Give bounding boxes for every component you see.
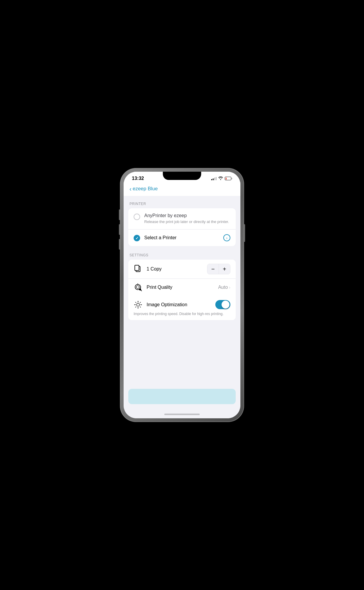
optimization-container: Image Optimization Improves the printing… bbox=[128, 296, 236, 320]
status-time: 13:32 bbox=[132, 176, 144, 181]
select-printer-arrow-icon[interactable]: › bbox=[223, 234, 230, 241]
back-chevron-icon: ‹ bbox=[129, 186, 132, 192]
phone-frame: 13:32 bbox=[120, 168, 244, 422]
copy-label: 1 Copy bbox=[147, 266, 203, 272]
home-indicator bbox=[124, 410, 240, 418]
back-label: ezeep Blue bbox=[133, 186, 158, 192]
printer-card: AnyPrinter by ezeep Release the print jo… bbox=[128, 208, 236, 246]
copy-plus-button[interactable]: + bbox=[219, 264, 230, 274]
svg-line-5 bbox=[140, 285, 140, 286]
select-printer-radio[interactable] bbox=[134, 235, 140, 241]
settings-section-label: SETTINGS bbox=[128, 253, 236, 257]
quality-label: Print Quality bbox=[147, 285, 214, 290]
quality-chevron-icon: › bbox=[229, 285, 230, 290]
home-bar bbox=[164, 414, 200, 415]
notch bbox=[163, 172, 201, 180]
phone-screen: 13:32 bbox=[124, 172, 240, 418]
svg-point-9 bbox=[137, 303, 140, 306]
signal-icon bbox=[211, 177, 217, 180]
copy-stepper[interactable]: − + bbox=[207, 264, 230, 274]
back-button[interactable]: ‹ ezeep Blue bbox=[129, 186, 158, 192]
svg-line-8 bbox=[141, 290, 142, 291]
copy-row: 1 Copy − + bbox=[128, 260, 236, 278]
select-printer-option[interactable]: Select a Printer › bbox=[128, 229, 236, 246]
anyprinter-option[interactable]: AnyPrinter by ezeep Release the print jo… bbox=[128, 208, 236, 229]
anyprinter-name: AnyPrinter by ezeep bbox=[144, 213, 230, 218]
bottom-action-button[interactable] bbox=[128, 389, 236, 404]
battery-icon bbox=[225, 177, 232, 180]
settings-card: 1 Copy − + bbox=[128, 260, 236, 320]
copy-icon bbox=[134, 265, 142, 273]
print-quality-icon bbox=[134, 283, 142, 292]
status-icons bbox=[211, 176, 232, 181]
anyprinter-radio[interactable] bbox=[134, 214, 140, 220]
nav-header: ‹ ezeep Blue bbox=[124, 183, 240, 196]
quality-value-wrap: Auto › bbox=[218, 285, 230, 290]
select-printer-label: Select a Printer bbox=[144, 235, 176, 240]
svg-point-3 bbox=[136, 286, 139, 289]
quality-row[interactable]: Print Quality Auto › bbox=[128, 278, 236, 296]
printer-section-label: PRINTER bbox=[128, 202, 236, 206]
select-printer-row: Select a Printer › bbox=[144, 234, 230, 241]
screen-content: 13:32 bbox=[124, 172, 240, 418]
anyprinter-desc: Release the print job later or directly … bbox=[144, 219, 230, 224]
anyprinter-info: AnyPrinter by ezeep Release the print jo… bbox=[144, 213, 230, 224]
quality-value: Auto bbox=[218, 285, 228, 290]
svg-rect-1 bbox=[135, 265, 139, 271]
optimization-toggle[interactable] bbox=[215, 300, 230, 309]
svg-line-14 bbox=[135, 302, 136, 303]
svg-line-17 bbox=[135, 307, 136, 307]
optimization-desc: Improves the printing speed. Disable for… bbox=[134, 312, 230, 317]
svg-line-16 bbox=[140, 302, 141, 303]
optimization-icon bbox=[134, 300, 142, 309]
toggle-thumb bbox=[222, 301, 229, 309]
svg-line-15 bbox=[140, 307, 141, 307]
wifi-icon bbox=[218, 176, 223, 181]
scroll-area[interactable]: PRINTER AnyPrinter by ezeep Release the … bbox=[124, 196, 240, 389]
status-bar: 13:32 bbox=[124, 172, 240, 183]
optimization-row: Image Optimization bbox=[134, 300, 230, 309]
copy-minus-button[interactable]: − bbox=[207, 264, 219, 274]
optimization-label: Image Optimization bbox=[147, 302, 211, 307]
